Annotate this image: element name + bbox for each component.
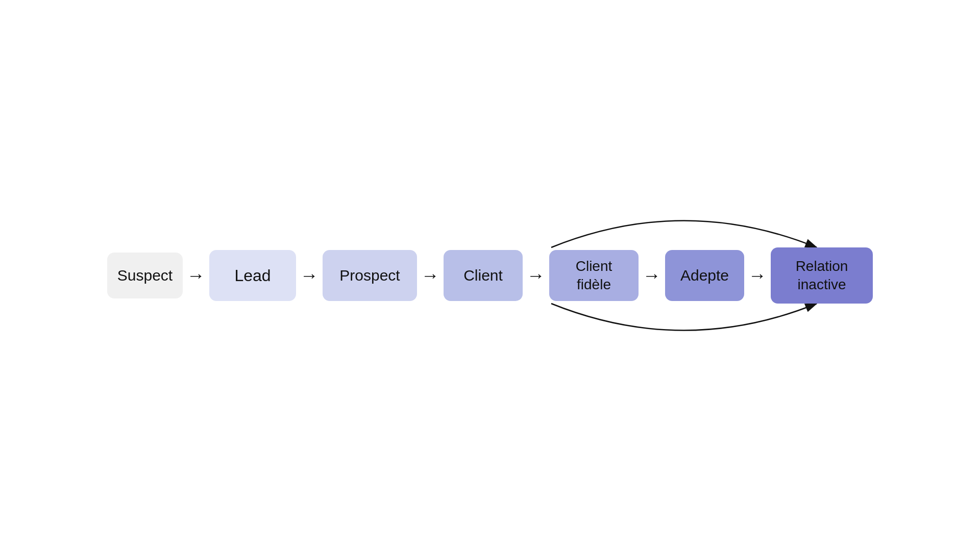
node-suspect: Suspect [107,253,183,298]
arrow-5: → [643,265,661,286]
node-client: Client [444,250,523,301]
node-adepte: Adepte [665,250,744,301]
bottom-curved-arrow [551,304,817,331]
node-relation-inactive: Relationinactive [771,247,873,304]
top-curved-arrow [551,221,817,248]
arrow-2: → [300,265,318,286]
nodes-row: Suspect → Lead → Prospect → Client → Cli… [107,247,873,304]
arrow-1: → [187,265,205,286]
arrow-6: → [748,265,767,286]
arrow-3: → [421,265,439,286]
diagram-container: Suspect → Lead → Prospect → Client → Cli… [107,148,873,403]
node-prospect: Prospect [323,250,417,301]
node-lead: Lead [209,250,296,301]
arrow-4: → [527,265,545,286]
node-client-fidele: Clientfidèle [549,250,639,301]
